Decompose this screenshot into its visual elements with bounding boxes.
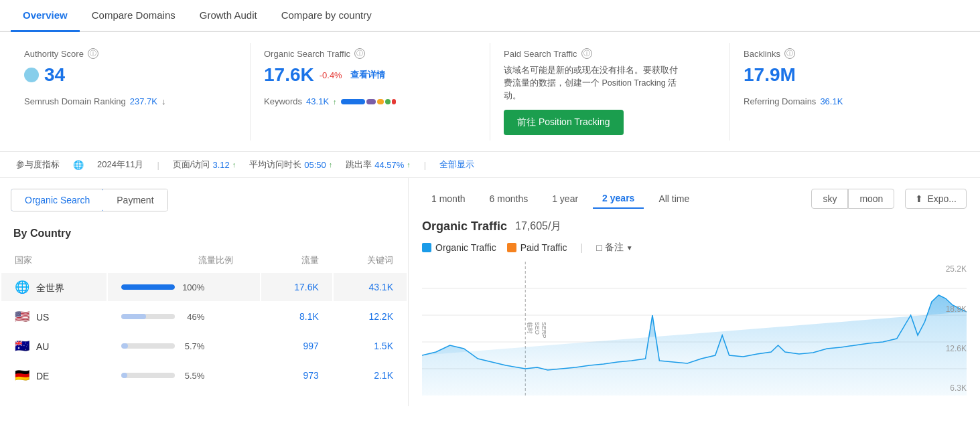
by-country-title: By Country — [0, 222, 408, 248]
organic-traffic-card: Organic Search Traffic ⓘ 17.6K -0.4% 查看详… — [251, 43, 490, 141]
tab-growth-audit[interactable]: Growth Audit — [188, 0, 269, 32]
main-content: Organic Search Payment By Country 国家 流量比… — [0, 178, 980, 406]
bar-cell: 5.5% — [108, 361, 260, 389]
time-alltime[interactable]: All time — [649, 189, 699, 208]
kw-bar-red — [392, 99, 396, 104]
kw-bar-green — [385, 99, 391, 104]
bounce-rate: 跳出率 44.57% ↑ — [346, 159, 411, 171]
col-country: 国家 — [1, 249, 107, 272]
y-axis-labels: 25.2K 18.9K 12.6K 6.3K — [934, 262, 967, 395]
avg-duration: 平均访问时长 05:50 ↑ — [249, 159, 332, 171]
authority-diamond-icon — [24, 68, 39, 82]
backlinks-info-icon[interactable]: ⓘ — [784, 48, 795, 59]
sep2: | — [424, 160, 426, 170]
note-icon: □ — [596, 242, 602, 253]
authority-info-icon[interactable]: ⓘ — [88, 48, 98, 59]
svg-text:SERP: SERP — [541, 322, 547, 339]
authority-value: 34 — [24, 64, 236, 86]
engagement-label: 参与度指标 — [16, 159, 60, 171]
organic-traffic-label: Organic Search Traffic ⓘ — [264, 48, 476, 59]
country-cell: 🇦🇺 AU — [1, 332, 107, 360]
backlinks-label: Backlinks ⓘ — [744, 48, 956, 59]
col-keywords: 关键词 — [334, 249, 407, 272]
show-all-link[interactable]: 全部显示 — [439, 159, 474, 171]
left-panel: Organic Search Payment By Country 国家 流量比… — [0, 178, 409, 406]
authority-label: Authority Score ⓘ — [24, 48, 236, 59]
time-1month[interactable]: 1 month — [422, 189, 475, 208]
traffic-cell: 997 — [261, 332, 332, 360]
kw-bar-orange — [377, 99, 384, 104]
position-tracking-button[interactable]: 前往 Position Tracking — [504, 110, 624, 135]
bar-cell: 46% — [108, 302, 260, 331]
paid-traffic-label: Paid Search Traffic ⓘ — [504, 48, 716, 59]
table-row[interactable]: 🇦🇺 AU 5.7% 997 1.5K — [1, 332, 407, 360]
kw-bar-blue — [341, 99, 365, 104]
organic-detail-link[interactable]: 查看详情 — [350, 69, 385, 81]
legend-row: Organic Traffic Paid Traffic | □ 备注 ▼ — [422, 242, 967, 254]
flag-icon: 🇩🇪 — [15, 369, 29, 382]
keywords-cell: 2.1K — [334, 361, 407, 389]
legend-paid[interactable]: Paid Traffic — [507, 242, 567, 253]
table-header-row: 国家 流量比例 流量 关键词 — [1, 249, 407, 272]
tab-compare-domains[interactable]: Compare Domains — [80, 0, 188, 32]
view-sky-button[interactable]: sky — [811, 189, 848, 209]
table-row[interactable]: 🌐 全世界 100% 17.6K 43.1K — [1, 273, 407, 301]
backlinks-card: Backlinks ⓘ 17.9M Referring Domains 36.1… — [730, 43, 969, 141]
time-1year[interactable]: 1 year — [543, 189, 587, 208]
col-traffic: 流量 — [261, 249, 332, 272]
time-controls: 1 month 6 months 1 year 2 years All time… — [422, 189, 967, 209]
chevron-down-icon: ▼ — [626, 244, 633, 252]
globe-icon: 🌐 — [73, 160, 84, 170]
traffic-cell: 17.6K — [261, 273, 332, 301]
flag-icon: 🇺🇸 — [15, 310, 29, 323]
view-buttons: sky moon — [811, 189, 894, 209]
nav-tabs: Overview Compare Domains Growth Audit Co… — [0, 0, 980, 32]
traffic-chart: 临时 SEO SERP — [422, 262, 967, 395]
country-cell: 🌐 全世界 — [1, 273, 107, 301]
backlinks-value: 17.9M — [744, 64, 956, 86]
organic-info-icon[interactable]: ⓘ — [354, 48, 365, 59]
engagement-row: 参与度指标 🌐 2024年11月 | 页面/访问 3.12 ↑ 平均访问时长 0… — [0, 152, 980, 178]
view-moon-button[interactable]: moon — [848, 189, 894, 209]
paid-legend-dot — [507, 243, 516, 252]
note-button[interactable]: □ 备注 ▼ — [596, 242, 632, 254]
tab-overview[interactable]: Overview — [11, 0, 80, 32]
kw-bars — [341, 99, 396, 104]
export-button[interactable]: ⬆ Expo... — [905, 189, 967, 209]
keywords-cell: 1.5K — [334, 332, 407, 360]
keywords-cell: 43.1K — [334, 273, 407, 301]
payment-tab[interactable]: Payment — [103, 189, 167, 211]
legend-organic[interactable]: Organic Traffic — [422, 242, 496, 253]
col-traffic-ratio: 流量比例 — [108, 249, 260, 272]
table-row[interactable]: 🇩🇪 DE 5.5% 973 2.1K — [1, 361, 407, 389]
export-icon: ⬆ — [915, 193, 923, 204]
traffic-heading: Organic Traffic 17,605/月 — [422, 219, 967, 234]
authority-sub: Semrush Domain Ranking 237.7K ↓ — [24, 96, 236, 106]
time-2years[interactable]: 2 years — [593, 189, 644, 209]
country-table: 国家 流量比例 流量 关键词 🌐 全世界 100% 17.6K 43.1K — [0, 248, 408, 391]
backlinks-sub: Referring Domains 36.1K — [744, 96, 956, 106]
kw-bar-purple — [366, 99, 376, 104]
table-row[interactable]: 🇺🇸 US 46% 8.1K 12.2K — [1, 302, 407, 331]
traffic-cell: 8.1K — [261, 302, 332, 331]
engagement-date: 2024年11月 — [97, 159, 143, 171]
organic-traffic-value: 17.6K -0.4% 查看详情 — [264, 64, 476, 86]
country-cell: 🇩🇪 DE — [1, 361, 107, 389]
svg-text:SEO: SEO — [534, 322, 541, 335]
bar-cell: 5.7% — [108, 332, 260, 360]
legend-sep: | — [581, 242, 583, 253]
paid-info-icon[interactable]: ⓘ — [581, 48, 592, 59]
organic-search-tab[interactable]: Organic Search — [11, 189, 104, 211]
chart-area: 临时 SEO SERP 25.2K 18.9K 12.6 — [422, 262, 967, 395]
svg-text:临时: 临时 — [527, 322, 533, 334]
organic-legend-dot — [422, 243, 431, 252]
right-panel: 1 month 6 months 1 year 2 years All time… — [409, 178, 980, 406]
sep1: | — [157, 160, 159, 170]
tab-compare-country[interactable]: Compare by country — [269, 0, 384, 32]
bar-cell: 100% — [108, 273, 260, 301]
time-6months[interactable]: 6 months — [480, 189, 538, 208]
keywords-cell: 12.2K — [334, 302, 407, 331]
traffic-cell: 973 — [261, 361, 332, 389]
authority-score-card: Authority Score ⓘ 34 Semrush Domain Rank… — [11, 43, 251, 141]
metrics-row: Authority Score ⓘ 34 Semrush Domain Rank… — [0, 32, 980, 152]
